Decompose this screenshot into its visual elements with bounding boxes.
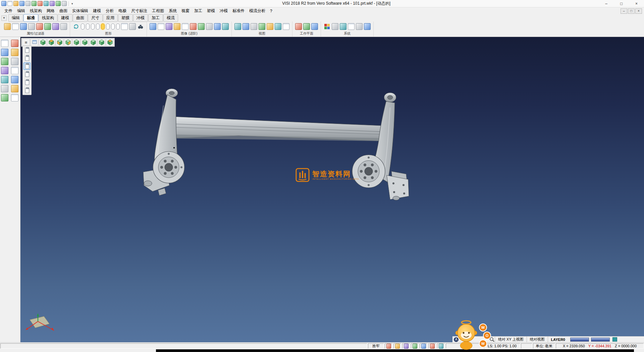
eraser-icon[interactable] bbox=[11, 58, 18, 65]
refresh-icon[interactable] bbox=[73, 23, 79, 30]
palette-icon[interactable] bbox=[402, 343, 410, 349]
database-icon[interactable] bbox=[428, 343, 436, 349]
close-button[interactable]: × bbox=[629, 0, 644, 7]
table-icon[interactable] bbox=[356, 23, 363, 30]
view-cube-right-icon[interactable] bbox=[81, 39, 89, 46]
cube-status-icon[interactable] bbox=[437, 343, 445, 349]
clipboard-icon[interactable] bbox=[23, 71, 31, 78]
menu-item-mesh[interactable]: 网格 bbox=[44, 7, 57, 14]
axes-icon[interactable] bbox=[1, 58, 8, 65]
monitor-icon[interactable] bbox=[332, 23, 338, 30]
clipboard-active-icon[interactable] bbox=[23, 62, 31, 70]
crosshair-icon[interactable] bbox=[1, 49, 8, 56]
shadow-icon[interactable] bbox=[198, 23, 205, 30]
chart-icon[interactable] bbox=[1, 94, 8, 101]
capsule-icon[interactable] bbox=[111, 24, 115, 30]
magnet-icon[interactable] bbox=[36, 23, 43, 30]
zoom-window-icon[interactable] bbox=[243, 23, 249, 30]
view-cube-left-icon[interactable] bbox=[72, 39, 80, 46]
menu-item-drawing[interactable]: 工程图 bbox=[150, 7, 166, 14]
menu-item-wireframe[interactable]: 线架构 bbox=[28, 7, 44, 14]
layers-menu-icon[interactable]: ≡ bbox=[22, 39, 30, 46]
previous-view-icon[interactable] bbox=[267, 23, 273, 30]
menu-item-standard-parts[interactable]: 标准件 bbox=[230, 7, 247, 14]
menu-item-system[interactable]: 系统 bbox=[166, 7, 179, 14]
calculator-icon[interactable] bbox=[348, 23, 355, 30]
hidden-line-icon[interactable] bbox=[166, 23, 172, 30]
material-icon[interactable] bbox=[206, 23, 213, 30]
menu-item-stamping[interactable]: 冲模 bbox=[217, 7, 230, 14]
clipboard-icon[interactable] bbox=[23, 79, 31, 86]
sphere-icon[interactable] bbox=[364, 23, 371, 30]
color-grid-icon[interactable] bbox=[324, 23, 330, 30]
grid-icon[interactable] bbox=[129, 23, 136, 30]
info-icon[interactable] bbox=[420, 343, 428, 349]
menu-item-help[interactable]: ? bbox=[268, 8, 275, 14]
import-icon[interactable] bbox=[32, 1, 37, 6]
clipboard-icon[interactable] bbox=[23, 46, 31, 54]
link-icon[interactable] bbox=[20, 23, 27, 30]
pan-icon[interactable] bbox=[251, 23, 257, 30]
view-cube-iso2-icon[interactable] bbox=[98, 39, 105, 46]
menu-item-dimension[interactable]: 尺寸标注 bbox=[129, 7, 150, 14]
view-cube-top-icon[interactable] bbox=[47, 39, 55, 46]
child-close-button[interactable]: × bbox=[635, 8, 642, 14]
tab-wireframe[interactable]: 线架构 bbox=[39, 14, 57, 22]
tab-surface[interactable]: 曲面 bbox=[73, 14, 88, 22]
light-icon[interactable] bbox=[214, 23, 221, 30]
workplane-align-icon[interactable] bbox=[303, 23, 310, 30]
clipboard-icon[interactable] bbox=[11, 94, 18, 101]
transparency-icon[interactable] bbox=[174, 23, 180, 30]
layer-selector[interactable]: LAYER0 bbox=[548, 337, 568, 342]
tab-standard[interactable]: 标准 bbox=[23, 14, 38, 22]
tab-edit[interactable]: 编辑 bbox=[8, 14, 23, 22]
menu-item-analysis[interactable]: 分析 bbox=[103, 7, 116, 14]
capsule-icon[interactable] bbox=[106, 24, 110, 30]
print-icon[interactable] bbox=[25, 1, 31, 6]
qat-options-chevron-icon[interactable]: ▾ bbox=[70, 2, 74, 5]
tab-flow[interactable]: 模流 bbox=[163, 14, 178, 22]
view-cube-iso-icon[interactable] bbox=[39, 39, 47, 46]
maximize-button[interactable]: □ bbox=[614, 0, 629, 7]
undo-icon[interactable] bbox=[44, 1, 49, 6]
delete-icon[interactable] bbox=[11, 40, 18, 47]
view-cube-back-icon[interactable] bbox=[64, 39, 72, 46]
stamp-icon[interactable] bbox=[52, 23, 59, 30]
tab-stamping[interactable]: 冲模 bbox=[133, 14, 148, 22]
scissors-icon[interactable] bbox=[28, 23, 35, 30]
workplane-icon[interactable] bbox=[295, 23, 302, 30]
menu-item-modeling[interactable]: 建模 bbox=[91, 7, 103, 14]
help-icon[interactable] bbox=[62, 1, 67, 6]
measure-icon[interactable] bbox=[1, 76, 8, 83]
selection-filter-icon[interactable] bbox=[385, 343, 393, 349]
view-cube-front-icon[interactable] bbox=[56, 39, 63, 46]
snap-lock-toggle[interactable]: 拴牢 bbox=[368, 343, 384, 349]
menu-item-electrode[interactable]: 电极 bbox=[116, 7, 129, 14]
grid-icon[interactable] bbox=[121, 23, 128, 30]
shaded-view-icon[interactable] bbox=[150, 23, 156, 30]
brush-icon[interactable] bbox=[4, 23, 11, 30]
capsule-active-icon[interactable] bbox=[101, 24, 105, 30]
capsule-icon[interactable] bbox=[86, 24, 90, 30]
cube-icon[interactable] bbox=[11, 76, 18, 83]
highlight-icon[interactable] bbox=[393, 343, 401, 349]
minimize-button[interactable]: – bbox=[599, 0, 614, 7]
redo-icon[interactable] bbox=[50, 1, 55, 6]
clipboard-icon[interactable] bbox=[23, 54, 31, 62]
open-file-icon[interactable] bbox=[13, 1, 18, 6]
export-icon[interactable] bbox=[38, 1, 43, 6]
ruler-icon[interactable] bbox=[1, 85, 8, 92]
tab-mold[interactable]: 塑膜 bbox=[118, 14, 133, 22]
display-panel-icon[interactable] bbox=[31, 39, 38, 46]
binoculars-icon[interactable] bbox=[137, 23, 144, 30]
model-torsion-beam-axle[interactable] bbox=[138, 84, 420, 208]
workplane-3d-icon[interactable] bbox=[311, 23, 318, 30]
eraser-icon[interactable] bbox=[60, 23, 67, 30]
camera-icon[interactable] bbox=[222, 23, 229, 30]
render-icon[interactable] bbox=[190, 23, 197, 30]
menu-item-machining[interactable]: 加工 bbox=[192, 7, 205, 14]
capsule-icon[interactable] bbox=[96, 24, 100, 30]
filter-icon[interactable] bbox=[12, 23, 19, 30]
section-icon[interactable] bbox=[182, 23, 189, 30]
gradient-swatch-1[interactable] bbox=[570, 338, 589, 342]
